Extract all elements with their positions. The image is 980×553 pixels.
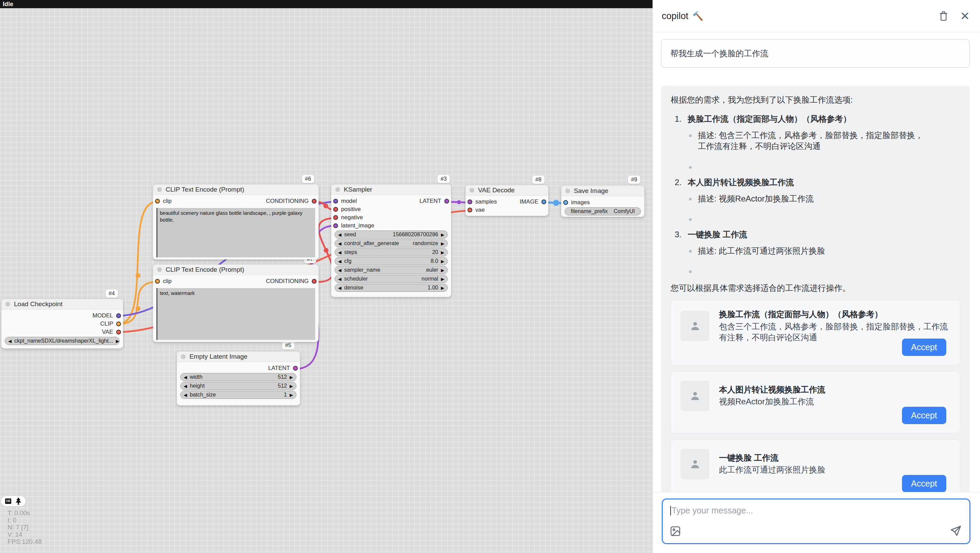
send-icon[interactable]: [950, 525, 962, 538]
node-save-image[interactable]: Save Image images filename_prefix ComfyU…: [561, 186, 644, 217]
input-port-vae[interactable]: vae: [468, 207, 485, 214]
port-dot-conditioning[interactable]: [333, 207, 338, 212]
scheduler-widget[interactable]: schedulernormal: [335, 275, 448, 283]
port-dot-model[interactable]: [333, 199, 338, 204]
output-port-conditioning[interactable]: CONDITIONING: [266, 278, 317, 285]
port-dot-image[interactable]: [541, 199, 546, 204]
port-dot-model[interactable]: [116, 313, 121, 318]
output-port-latent[interactable]: LATENT: [420, 198, 449, 204]
node-clip-text-encode-positive[interactable]: CLIP Text Encode (Prompt) clip CONDITION…: [153, 185, 318, 260]
stepper-right-icon[interactable]: [441, 241, 444, 246]
stepper-left-icon[interactable]: [184, 384, 187, 388]
stepper-left-icon[interactable]: [338, 286, 341, 290]
accept-button[interactable]: Accept: [902, 407, 946, 424]
node-titlebar[interactable]: CLIP Text Encode (Prompt): [153, 265, 318, 275]
sampler-name-widget[interactable]: sampler_nameeuler: [335, 266, 448, 274]
stepper-right-icon[interactable]: [290, 393, 293, 397]
stepper-left-icon[interactable]: [338, 241, 341, 246]
input-port-latent-image[interactable]: latent_image: [333, 222, 374, 229]
collapse-dot-icon[interactable]: [565, 188, 570, 193]
node-titlebar[interactable]: CLIP Text Encode (Prompt): [153, 185, 318, 195]
message-input[interactable]: Type your message...: [662, 499, 970, 544]
control-after-generate-widget[interactable]: control_after_generaterandomize: [335, 239, 448, 247]
batch-size-widget[interactable]: batch_size1: [180, 391, 296, 399]
collapse-dot-icon[interactable]: [157, 267, 162, 272]
input-port-samples[interactable]: samples: [468, 198, 497, 205]
close-icon[interactable]: ✕: [960, 10, 970, 22]
stepper-right-icon[interactable]: [441, 250, 444, 255]
node-titlebar[interactable]: Load Checkpoint: [2, 299, 123, 309]
stepper-left-icon[interactable]: [338, 268, 341, 273]
port-dot-latent[interactable]: [468, 199, 472, 204]
stepper-right-icon[interactable]: [441, 286, 444, 290]
collapse-dot-icon[interactable]: [5, 302, 10, 306]
node-empty-latent-image[interactable]: Empty Latent Image LATENT width512 heigh…: [177, 352, 300, 405]
output-port-vae[interactable]: VAE: [102, 329, 121, 335]
node-graph-canvas[interactable]: #4 #6 #7 #3 #8 #9 #5 Load Checkpoint MOD…: [0, 0, 652, 553]
port-dot-conditioning[interactable]: [333, 215, 338, 220]
stepper-right-icon[interactable]: [441, 277, 444, 281]
port-dot-image[interactable]: [563, 200, 568, 205]
tree-icon[interactable]: [15, 497, 22, 505]
cfg-widget[interactable]: cfg8.0: [335, 257, 448, 265]
stepper-right-icon[interactable]: [290, 375, 293, 379]
stepper-left-icon[interactable]: [338, 233, 341, 237]
node-titlebar[interactable]: VAE Decode: [466, 185, 548, 196]
stepper-left-icon[interactable]: [184, 393, 187, 397]
denoise-widget[interactable]: denoise1.00: [335, 284, 448, 292]
input-port-images[interactable]: images: [563, 199, 590, 206]
input-port-negative[interactable]: negative: [333, 214, 363, 221]
prompt-textarea[interactable]: beautiful scenery nature glass bottle la…: [156, 208, 315, 257]
stepper-right-icon[interactable]: [441, 233, 444, 237]
stepper-right-icon[interactable]: [290, 384, 293, 388]
node-load-checkpoint[interactable]: Load Checkpoint MODEL CLIP VAE ckpt_name…: [2, 299, 123, 349]
output-port-model[interactable]: MODEL: [93, 312, 121, 319]
stepper-right-icon[interactable]: [441, 268, 444, 273]
node-titlebar[interactable]: Empty Latent Image: [177, 352, 300, 362]
stepper-left-icon[interactable]: [184, 375, 187, 379]
port-dot-clip[interactable]: [155, 279, 160, 284]
node-clip-text-encode-negative[interactable]: CLIP Text Encode (Prompt) clip CONDITION…: [153, 265, 318, 342]
port-dot-conditioning[interactable]: [312, 199, 317, 204]
prompt-textarea[interactable]: text, watermark: [156, 288, 315, 340]
port-dot-conditioning[interactable]: [312, 279, 317, 284]
input-port-clip[interactable]: clip: [155, 278, 172, 285]
filename-prefix-widget[interactable]: filename_prefix ComfyUI: [565, 207, 641, 215]
stepper-left-icon[interactable]: [338, 250, 341, 255]
node-ksampler[interactable]: KSampler model LATENT positive negative …: [331, 185, 451, 297]
chat-message-list[interactable]: 帮我生成一个换脸的工作流 根据您的需求，我为您找到了以下换脸工作流选项: 1. …: [653, 32, 980, 492]
canvas-toolbar[interactable]: [1, 496, 25, 506]
output-port-latent[interactable]: LATENT: [268, 365, 298, 371]
clear-chat-button[interactable]: [939, 10, 949, 22]
collapse-dot-icon[interactable]: [157, 187, 162, 192]
height-widget[interactable]: height512: [180, 382, 296, 390]
port-dot-latent[interactable]: [293, 366, 298, 371]
node-vae-decode[interactable]: VAE Decode samples IMAGE vae: [466, 185, 548, 216]
port-dot-vae[interactable]: [468, 208, 472, 212]
collapse-dot-icon[interactable]: [469, 188, 474, 193]
stepper-right-icon[interactable]: [441, 259, 444, 263]
input-port-clip[interactable]: clip: [155, 198, 172, 204]
output-port-clip[interactable]: CLIP: [100, 320, 121, 327]
width-widget[interactable]: width512: [180, 373, 296, 381]
input-port-positive[interactable]: positive: [333, 206, 361, 213]
collapse-dot-icon[interactable]: [335, 187, 340, 192]
stepper-left-icon[interactable]: [8, 339, 11, 343]
collapse-dot-icon[interactable]: [181, 354, 186, 359]
port-dot-vae[interactable]: [116, 330, 121, 335]
output-port-image[interactable]: IMAGE: [520, 198, 546, 205]
output-port-conditioning[interactable]: CONDITIONING: [266, 198, 317, 204]
node-titlebar[interactable]: Save Image: [561, 186, 644, 196]
input-port-model[interactable]: model: [333, 198, 357, 204]
accept-button[interactable]: Accept: [902, 475, 946, 492]
stepper-right-icon[interactable]: [116, 339, 119, 343]
stepper-left-icon[interactable]: [338, 259, 341, 263]
ckpt-name-widget[interactable]: ckpt_name SDXL/dreamshaperXL_light...: [5, 337, 119, 345]
port-dot-clip[interactable]: [116, 322, 121, 326]
port-dot-latent[interactable]: [333, 223, 338, 228]
node-list-icon[interactable]: [5, 498, 11, 505]
node-titlebar[interactable]: KSampler: [331, 185, 451, 195]
stepper-left-icon[interactable]: [338, 277, 341, 281]
steps-widget[interactable]: steps20: [335, 248, 448, 257]
accept-button[interactable]: Accept: [902, 339, 946, 356]
